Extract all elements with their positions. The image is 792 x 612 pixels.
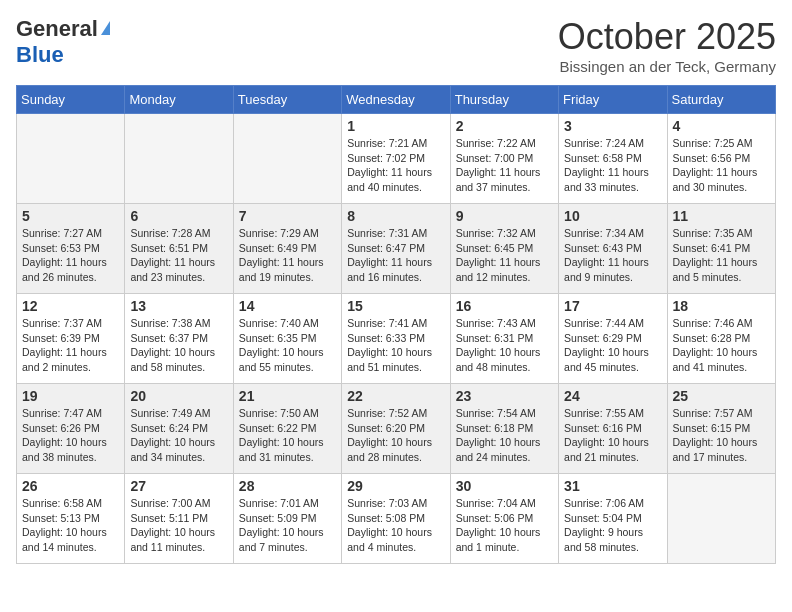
- day-info: Sunrise: 7:00 AM Sunset: 5:11 PM Dayligh…: [130, 496, 227, 555]
- day-info: Sunrise: 7:25 AM Sunset: 6:56 PM Dayligh…: [673, 136, 770, 195]
- calendar-day-cell: [17, 114, 125, 204]
- day-number: 29: [347, 478, 444, 494]
- calendar-day-cell: 15Sunrise: 7:41 AM Sunset: 6:33 PM Dayli…: [342, 294, 450, 384]
- weekday-header-friday: Friday: [559, 86, 667, 114]
- day-info: Sunrise: 7:04 AM Sunset: 5:06 PM Dayligh…: [456, 496, 553, 555]
- day-number: 27: [130, 478, 227, 494]
- day-number: 22: [347, 388, 444, 404]
- calendar-day-cell: 23Sunrise: 7:54 AM Sunset: 6:18 PM Dayli…: [450, 384, 558, 474]
- calendar-day-cell: 28Sunrise: 7:01 AM Sunset: 5:09 PM Dayli…: [233, 474, 341, 564]
- day-number: 4: [673, 118, 770, 134]
- day-info: Sunrise: 7:52 AM Sunset: 6:20 PM Dayligh…: [347, 406, 444, 465]
- calendar-day-cell: 2Sunrise: 7:22 AM Sunset: 7:00 PM Daylig…: [450, 114, 558, 204]
- calendar-day-cell: 5Sunrise: 7:27 AM Sunset: 6:53 PM Daylig…: [17, 204, 125, 294]
- calendar-day-cell: 21Sunrise: 7:50 AM Sunset: 6:22 PM Dayli…: [233, 384, 341, 474]
- day-number: 1: [347, 118, 444, 134]
- day-number: 2: [456, 118, 553, 134]
- calendar-day-cell: 1Sunrise: 7:21 AM Sunset: 7:02 PM Daylig…: [342, 114, 450, 204]
- calendar-day-cell: 17Sunrise: 7:44 AM Sunset: 6:29 PM Dayli…: [559, 294, 667, 384]
- day-number: 20: [130, 388, 227, 404]
- day-number: 16: [456, 298, 553, 314]
- day-info: Sunrise: 7:24 AM Sunset: 6:58 PM Dayligh…: [564, 136, 661, 195]
- calendar-day-cell: 19Sunrise: 7:47 AM Sunset: 6:26 PM Dayli…: [17, 384, 125, 474]
- day-number: 9: [456, 208, 553, 224]
- day-number: 11: [673, 208, 770, 224]
- day-number: 26: [22, 478, 119, 494]
- weekday-header-wednesday: Wednesday: [342, 86, 450, 114]
- day-info: Sunrise: 7:44 AM Sunset: 6:29 PM Dayligh…: [564, 316, 661, 375]
- day-info: Sunrise: 7:21 AM Sunset: 7:02 PM Dayligh…: [347, 136, 444, 195]
- logo: General Blue: [16, 16, 110, 68]
- day-info: Sunrise: 6:58 AM Sunset: 5:13 PM Dayligh…: [22, 496, 119, 555]
- day-info: Sunrise: 7:29 AM Sunset: 6:49 PM Dayligh…: [239, 226, 336, 285]
- day-number: 21: [239, 388, 336, 404]
- day-number: 31: [564, 478, 661, 494]
- day-info: Sunrise: 7:40 AM Sunset: 6:35 PM Dayligh…: [239, 316, 336, 375]
- day-number: 8: [347, 208, 444, 224]
- logo-arrow-icon: [101, 21, 110, 35]
- calendar-day-cell: 14Sunrise: 7:40 AM Sunset: 6:35 PM Dayli…: [233, 294, 341, 384]
- day-info: Sunrise: 7:57 AM Sunset: 6:15 PM Dayligh…: [673, 406, 770, 465]
- day-number: 15: [347, 298, 444, 314]
- day-info: Sunrise: 7:49 AM Sunset: 6:24 PM Dayligh…: [130, 406, 227, 465]
- day-number: 12: [22, 298, 119, 314]
- calendar-day-cell: [233, 114, 341, 204]
- day-info: Sunrise: 7:47 AM Sunset: 6:26 PM Dayligh…: [22, 406, 119, 465]
- page-header: General Blue October 2025 Bissingen an d…: [16, 16, 776, 75]
- title-section: October 2025 Bissingen an der Teck, Germ…: [558, 16, 776, 75]
- day-number: 30: [456, 478, 553, 494]
- day-info: Sunrise: 7:43 AM Sunset: 6:31 PM Dayligh…: [456, 316, 553, 375]
- day-number: 5: [22, 208, 119, 224]
- day-number: 3: [564, 118, 661, 134]
- weekday-header-thursday: Thursday: [450, 86, 558, 114]
- calendar-day-cell: 10Sunrise: 7:34 AM Sunset: 6:43 PM Dayli…: [559, 204, 667, 294]
- calendar-day-cell: 12Sunrise: 7:37 AM Sunset: 6:39 PM Dayli…: [17, 294, 125, 384]
- location-subtitle: Bissingen an der Teck, Germany: [558, 58, 776, 75]
- calendar-day-cell: 11Sunrise: 7:35 AM Sunset: 6:41 PM Dayli…: [667, 204, 775, 294]
- calendar-day-cell: 16Sunrise: 7:43 AM Sunset: 6:31 PM Dayli…: [450, 294, 558, 384]
- day-info: Sunrise: 7:32 AM Sunset: 6:45 PM Dayligh…: [456, 226, 553, 285]
- logo-blue-text: Blue: [16, 42, 64, 67]
- day-number: 24: [564, 388, 661, 404]
- day-info: Sunrise: 7:22 AM Sunset: 7:00 PM Dayligh…: [456, 136, 553, 195]
- day-number: 23: [456, 388, 553, 404]
- day-info: Sunrise: 7:01 AM Sunset: 5:09 PM Dayligh…: [239, 496, 336, 555]
- day-info: Sunrise: 7:37 AM Sunset: 6:39 PM Dayligh…: [22, 316, 119, 375]
- weekday-header-saturday: Saturday: [667, 86, 775, 114]
- day-number: 17: [564, 298, 661, 314]
- weekday-header-row: SundayMondayTuesdayWednesdayThursdayFrid…: [17, 86, 776, 114]
- weekday-header-tuesday: Tuesday: [233, 86, 341, 114]
- day-number: 28: [239, 478, 336, 494]
- calendar-day-cell: 31Sunrise: 7:06 AM Sunset: 5:04 PM Dayli…: [559, 474, 667, 564]
- calendar-day-cell: 20Sunrise: 7:49 AM Sunset: 6:24 PM Dayli…: [125, 384, 233, 474]
- day-number: 7: [239, 208, 336, 224]
- calendar-day-cell: 6Sunrise: 7:28 AM Sunset: 6:51 PM Daylig…: [125, 204, 233, 294]
- day-info: Sunrise: 7:50 AM Sunset: 6:22 PM Dayligh…: [239, 406, 336, 465]
- calendar-day-cell: 9Sunrise: 7:32 AM Sunset: 6:45 PM Daylig…: [450, 204, 558, 294]
- day-number: 18: [673, 298, 770, 314]
- day-number: 10: [564, 208, 661, 224]
- day-info: Sunrise: 7:34 AM Sunset: 6:43 PM Dayligh…: [564, 226, 661, 285]
- day-number: 19: [22, 388, 119, 404]
- day-info: Sunrise: 7:54 AM Sunset: 6:18 PM Dayligh…: [456, 406, 553, 465]
- calendar-week-row: 5Sunrise: 7:27 AM Sunset: 6:53 PM Daylig…: [17, 204, 776, 294]
- day-info: Sunrise: 7:06 AM Sunset: 5:04 PM Dayligh…: [564, 496, 661, 555]
- calendar-day-cell: 3Sunrise: 7:24 AM Sunset: 6:58 PM Daylig…: [559, 114, 667, 204]
- calendar-week-row: 19Sunrise: 7:47 AM Sunset: 6:26 PM Dayli…: [17, 384, 776, 474]
- calendar-week-row: 12Sunrise: 7:37 AM Sunset: 6:39 PM Dayli…: [17, 294, 776, 384]
- day-info: Sunrise: 7:27 AM Sunset: 6:53 PM Dayligh…: [22, 226, 119, 285]
- logo-general-text: General: [16, 16, 98, 42]
- day-info: Sunrise: 7:31 AM Sunset: 6:47 PM Dayligh…: [347, 226, 444, 285]
- calendar-day-cell: 13Sunrise: 7:38 AM Sunset: 6:37 PM Dayli…: [125, 294, 233, 384]
- day-info: Sunrise: 7:46 AM Sunset: 6:28 PM Dayligh…: [673, 316, 770, 375]
- calendar-table: SundayMondayTuesdayWednesdayThursdayFrid…: [16, 85, 776, 564]
- calendar-day-cell: 29Sunrise: 7:03 AM Sunset: 5:08 PM Dayli…: [342, 474, 450, 564]
- weekday-header-monday: Monday: [125, 86, 233, 114]
- calendar-day-cell: 26Sunrise: 6:58 AM Sunset: 5:13 PM Dayli…: [17, 474, 125, 564]
- day-info: Sunrise: 7:03 AM Sunset: 5:08 PM Dayligh…: [347, 496, 444, 555]
- calendar-day-cell: 24Sunrise: 7:55 AM Sunset: 6:16 PM Dayli…: [559, 384, 667, 474]
- calendar-week-row: 26Sunrise: 6:58 AM Sunset: 5:13 PM Dayli…: [17, 474, 776, 564]
- day-info: Sunrise: 7:38 AM Sunset: 6:37 PM Dayligh…: [130, 316, 227, 375]
- calendar-day-cell: 18Sunrise: 7:46 AM Sunset: 6:28 PM Dayli…: [667, 294, 775, 384]
- calendar-day-cell: 25Sunrise: 7:57 AM Sunset: 6:15 PM Dayli…: [667, 384, 775, 474]
